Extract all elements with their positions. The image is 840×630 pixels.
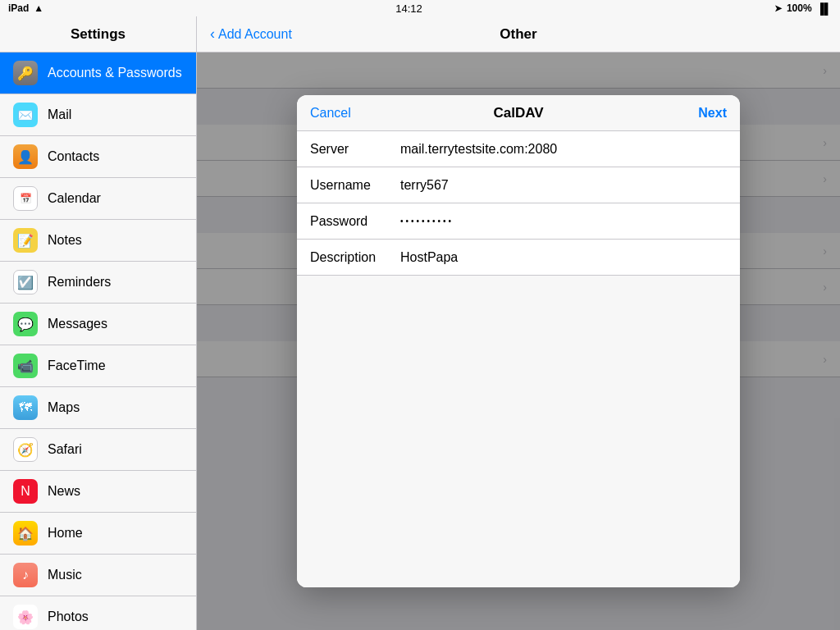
back-label: Add Account <box>218 27 292 42</box>
photos-icon: 🌸 <box>13 605 38 629</box>
sidebar-item-notes[interactable]: 📝Notes <box>0 220 196 262</box>
home-icon: 🏠 <box>13 521 38 546</box>
content-area: ‹ Add Account Other › › › › › › Cancel C… <box>197 16 840 630</box>
caldav-modal: Cancel CalDAV Next Servermail.terrytests… <box>297 95 740 587</box>
sidebar: Settings 🔑Accounts & Passwords✉️Mail👤Con… <box>0 16 197 630</box>
field-label-1: Username <box>310 178 400 193</box>
photos-label: Photos <box>48 609 89 624</box>
maps-icon: 🗺 <box>13 395 38 420</box>
field-label-0: Server <box>310 142 400 157</box>
facetime-icon: 📹 <box>13 354 38 378</box>
messages-icon: 💬 <box>13 312 38 336</box>
modal-header: Cancel CalDAV Next <box>297 95 740 131</box>
mail-label: Mail <box>48 107 71 122</box>
status-right: ➤ 100% ▐▌ <box>774 2 832 15</box>
sidebar-item-reminders[interactable]: ☑️Reminders <box>0 262 196 304</box>
field-value-1[interactable]: terry567 <box>400 178 727 193</box>
location-icon: ➤ <box>774 3 782 14</box>
field-label-3: Description <box>310 250 400 265</box>
modal-field-description[interactable]: DescriptionHostPapa <box>297 240 740 276</box>
messages-label: Messages <box>48 317 107 331</box>
modal-spacer <box>297 276 740 587</box>
news-label: News <box>48 484 80 499</box>
sidebar-item-music[interactable]: ♪Music <box>0 555 196 596</box>
calendar-icon: 📅 <box>13 186 38 211</box>
modal-field-password[interactable]: Password•••••••••• <box>297 203 740 240</box>
back-arrow-icon: ‹ <box>210 25 215 43</box>
main-layout: Settings 🔑Accounts & Passwords✉️Mail👤Con… <box>0 16 840 630</box>
sidebar-item-contacts[interactable]: 👤Contacts <box>0 136 196 178</box>
modal-title: CalDAV <box>493 105 543 121</box>
modal-body: Servermail.terrytestsite.com:2080Usernam… <box>297 131 740 587</box>
news-icon: N <box>13 479 38 504</box>
sidebar-item-accounts[interactable]: 🔑Accounts & Passwords <box>0 52 196 94</box>
sidebar-item-calendar[interactable]: 📅Calendar <box>0 178 196 220</box>
sidebar-item-home[interactable]: 🏠Home <box>0 513 196 555</box>
contacts-icon: 👤 <box>13 144 38 169</box>
accounts-icon: 🔑 <box>13 61 38 85</box>
reminders-icon: ☑️ <box>13 270 38 294</box>
battery-label: 100% <box>787 2 812 14</box>
content-header: ‹ Add Account Other <box>197 16 840 52</box>
field-value-0[interactable]: mail.terrytestsite.com:2080 <box>400 142 727 157</box>
modal-overlay: Cancel CalDAV Next Servermail.terrytests… <box>197 52 840 630</box>
modal-fields-container: Servermail.terrytestsite.com:2080Usernam… <box>297 131 740 276</box>
sidebar-item-photos[interactable]: 🌸Photos <box>0 596 196 630</box>
back-button[interactable]: ‹ Add Account <box>210 25 292 43</box>
calendar-label: Calendar <box>48 191 101 206</box>
facetime-label: FaceTime <box>48 358 106 373</box>
sidebar-item-news[interactable]: NNews <box>0 471 196 513</box>
music-label: Music <box>48 568 82 582</box>
field-value-3[interactable]: HostPapa <box>400 250 727 265</box>
time-label: 14:12 <box>395 2 422 15</box>
accounts-label: Accounts & Passwords <box>48 66 182 80</box>
battery-icon: ▐▌ <box>817 2 832 15</box>
modal-cancel-button[interactable]: Cancel <box>310 106 351 121</box>
field-label-2: Password <box>310 214 400 229</box>
modal-field-server[interactable]: Servermail.terrytestsite.com:2080 <box>297 131 740 167</box>
safari-icon: 🧭 <box>13 437 38 462</box>
sidebar-item-maps[interactable]: 🗺Maps <box>0 387 196 429</box>
content-body: › › › › › › Cancel CalDAV Next Servermai… <box>197 52 840 630</box>
contacts-label: Contacts <box>48 149 99 164</box>
field-value-2[interactable]: •••••••••• <box>400 217 727 226</box>
home-label: Home <box>48 526 83 541</box>
notes-icon: 📝 <box>13 228 38 253</box>
modal-next-button[interactable]: Next <box>698 106 727 121</box>
notes-label: Notes <box>48 233 82 248</box>
sidebar-item-messages[interactable]: 💬Messages <box>0 304 196 345</box>
mail-icon: ✉️ <box>13 103 38 127</box>
reminders-label: Reminders <box>48 275 111 290</box>
status-left: iPad ▲ <box>8 2 43 14</box>
content-header-title: Other <box>500 26 536 43</box>
wifi-icon: ▲ <box>34 2 43 14</box>
sidebar-title: Settings <box>71 26 126 43</box>
safari-label: Safari <box>48 442 82 457</box>
status-bar: iPad ▲ 14:12 ➤ 100% ▐▌ <box>0 0 840 16</box>
modal-field-username[interactable]: Usernameterry567 <box>297 167 740 203</box>
music-icon: ♪ <box>13 563 38 587</box>
sidebar-item-mail[interactable]: ✉️Mail <box>0 94 196 136</box>
sidebar-item-safari[interactable]: 🧭Safari <box>0 429 196 471</box>
maps-label: Maps <box>48 400 80 415</box>
sidebar-item-facetime[interactable]: 📹FaceTime <box>0 345 196 387</box>
carrier-label: iPad <box>8 2 29 14</box>
sidebar-header: Settings <box>0 16 196 52</box>
sidebar-items-container: 🔑Accounts & Passwords✉️Mail👤Contacts📅Cal… <box>0 52 196 630</box>
